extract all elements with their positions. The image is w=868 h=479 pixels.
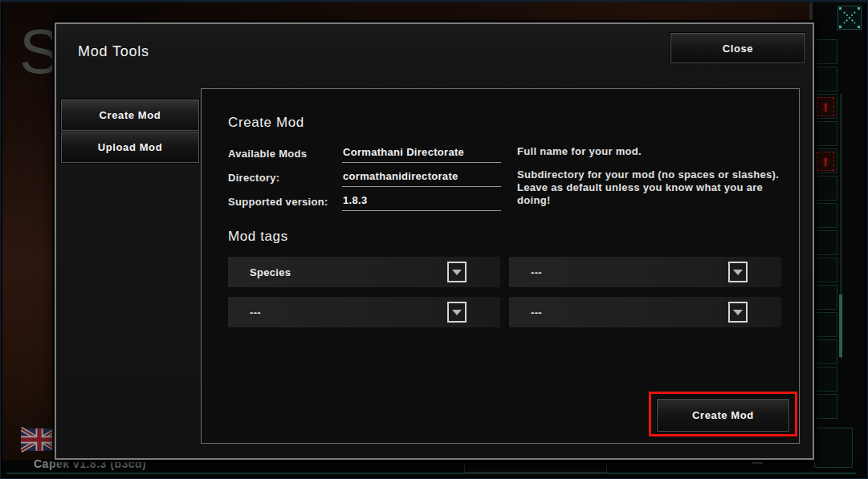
mod-list-row	[813, 258, 837, 282]
supported-version-help: Leave as default unless you know what yo…	[517, 181, 789, 207]
background-top-strip	[55, 2, 863, 23]
sidebar-item-create-mod[interactable]: Create Mod	[61, 99, 199, 131]
launcher-background: S ! !	[0, 0, 868, 479]
close-corner-dot	[839, 7, 842, 10]
mod-tag-value: ---	[531, 266, 542, 278]
close-corner-dot	[858, 26, 860, 28]
dropdown-arrow-icon[interactable]	[728, 262, 748, 282]
mod-tag-value: ---	[531, 306, 542, 319]
mod-list-row: !	[813, 94, 837, 119]
mod-list-scrollbar-thumb[interactable]	[839, 294, 842, 357]
mod-list-row	[813, 203, 837, 228]
mod-list-row: !	[813, 148, 837, 173]
background-corner-panel	[814, 428, 853, 468]
mod-list-row	[813, 121, 837, 146]
mod-name-input[interactable]	[342, 146, 501, 163]
mod-list-row	[813, 176, 837, 201]
sidebar-item-upload-mod[interactable]: Upload Mod	[61, 132, 199, 163]
highlight-annotation: Create Mod	[649, 392, 797, 436]
mod-tools-dialog: Mod Tools Close Create Mod Upload Mod Cr…	[55, 22, 814, 460]
supported-version-label: Supported version:	[228, 196, 328, 208]
mod-list-row	[813, 285, 837, 310]
mod-tag-value: ---	[250, 306, 261, 319]
dropdown-arrow-icon[interactable]	[447, 302, 467, 323]
background-box-outline	[464, 461, 607, 473]
mod-list-row	[813, 312, 837, 337]
background-left-strip: S	[2, 2, 55, 474]
background-mod-list: ! !	[809, 2, 863, 474]
supported-version-input[interactable]	[342, 194, 501, 211]
mod-tag-value: Species	[250, 266, 291, 278]
directory-label: Directory:	[228, 172, 279, 184]
mod-list-row	[813, 67, 837, 91]
dropdown-arrow-icon[interactable]	[447, 262, 467, 282]
mod-tags-heading: Mod tags	[228, 229, 288, 245]
close-corner-dot	[839, 26, 842, 28]
close-button[interactable]: Close	[670, 33, 805, 63]
mod-tools-sidebar: Create Mod Upload Mod	[61, 99, 199, 164]
dialog-title: Mod Tools	[78, 43, 149, 60]
mod-tag-dropdown-2[interactable]: ---	[509, 257, 781, 287]
mod-list-row	[813, 230, 837, 255]
mod-tag-dropdown-1[interactable]: Species	[228, 257, 500, 287]
mod-list-row	[813, 394, 837, 419]
close-corner-dot	[858, 7, 860, 10]
background-divider-line	[6, 473, 856, 474]
directory-input[interactable]	[342, 170, 501, 187]
create-mod-button[interactable]: Create Mod	[657, 399, 789, 432]
background-bottom-strip: Capek v1.8.3 (b3cd)	[2, 460, 863, 477]
mod-tag-dropdown-4[interactable]: ---	[509, 297, 781, 327]
mod-alert-icon: !	[817, 97, 834, 116]
create-mod-panel: Create Mod Available Mods Directory: Sup…	[201, 88, 800, 444]
uk-flag-icon[interactable]	[21, 423, 58, 457]
field-help-column: Full name for your mod. Subdirectory for…	[517, 145, 789, 207]
mod-list-row	[813, 339, 837, 364]
mod-list-row	[813, 367, 837, 392]
dropdown-arrow-icon[interactable]	[728, 302, 748, 323]
mod-list-row	[813, 39, 837, 64]
directory-help: Subdirectory for your mod (no spaces or …	[517, 168, 789, 181]
mod-name-help: Full name for your mod.	[517, 145, 789, 158]
panel-heading: Create Mod	[228, 115, 304, 131]
available-mods-label: Available Mods	[228, 148, 307, 160]
mod-alert-icon: !	[817, 152, 834, 171]
window-close-button[interactable]	[837, 6, 862, 30]
mod-tag-dropdown-3[interactable]: ---	[228, 297, 500, 327]
